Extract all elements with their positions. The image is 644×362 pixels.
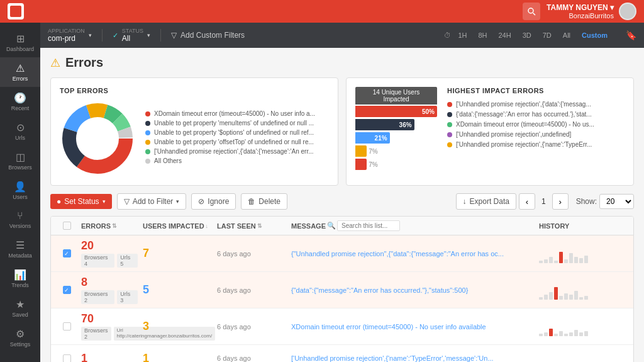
- history-col-header: HISTORY: [539, 222, 627, 230]
- ignore-icon: ⊘: [198, 197, 204, 206]
- filter-label: Add Custom Filters: [180, 31, 245, 40]
- next-page-button[interactable]: ›: [552, 193, 569, 210]
- message-link[interactable]: XDomain timeout error (timeout=45000) - …: [291, 323, 486, 331]
- sidebar-item-errors[interactable]: ⚠ Errors: [0, 57, 40, 87]
- filter-button[interactable]: ▽ Add Custom Filters: [171, 31, 434, 40]
- trends-icon: 📊: [14, 269, 26, 281]
- ignore-button[interactable]: ⊘ Ignore: [191, 193, 236, 210]
- last-seen-value: 6 days ago: [217, 250, 251, 257]
- error-count: 1: [81, 352, 138, 363]
- settings-icon: ⚙: [16, 328, 25, 340]
- row-checkbox-4[interactable]: [63, 354, 71, 363]
- sidebar-item-settings[interactable]: ⚙ Settings: [0, 323, 40, 353]
- sidebar-item-users[interactable]: 👤 Users: [0, 176, 40, 205]
- errors-col-header[interactable]: ERRORS ⇅: [81, 222, 138, 230]
- logo-icon: [10, 6, 21, 17]
- page-number: 1: [538, 197, 550, 206]
- impact-dot: [447, 112, 452, 117]
- export-button[interactable]: ↓ Export Data: [456, 193, 516, 210]
- time-1h[interactable]: 1H: [453, 30, 471, 41]
- time-all[interactable]: All: [558, 30, 575, 41]
- bookmark-button[interactable]: 🔖: [626, 30, 636, 40]
- sidebar-item-urls[interactable]: ⊙ Urls: [0, 116, 40, 146]
- row-history-1: [539, 244, 627, 263]
- bar-row-4: 7%: [355, 145, 437, 157]
- legend-dot: [145, 159, 150, 164]
- time-3d[interactable]: 3D: [518, 30, 536, 41]
- h-bar: [569, 332, 573, 336]
- toolbar-row: ● Set Status ▾ ▽ Add to Filter ▾ ⊘ Ignor…: [50, 193, 634, 210]
- sidebar-item-label: Settings: [10, 341, 31, 348]
- top-errors-inner: XDomain timeout error (timeout=45000) - …: [60, 101, 329, 176]
- legend-dot: [145, 149, 150, 154]
- show-select[interactable]: 20 50 100: [599, 194, 634, 209]
- users-count: 5: [143, 283, 149, 296]
- select-all-checkbox[interactable]: [63, 222, 71, 230]
- sidebar-item-metadata[interactable]: ☰ Metadata: [0, 234, 40, 264]
- highest-impact-title: HIGHEST IMPACT ERRORS: [447, 87, 625, 94]
- impact-dot: [447, 122, 452, 127]
- message-link[interactable]: ['Unhandled promise rejection',{'name':'…: [291, 354, 494, 362]
- add-to-filter-button[interactable]: ▽ Add to Filter ▾: [117, 193, 187, 210]
- app-label: APPLICATION com-prd: [48, 28, 85, 43]
- table-row: ✓ 8 Browsers 2 Urls 3 5 6 days ago: [51, 272, 633, 308]
- row-checkbox-2[interactable]: ✓: [63, 286, 71, 294]
- table-header: ERRORS ⇅ USERS IMPACTED ↓ LAST SEEN ⇅ ME…: [51, 217, 633, 235]
- time-custom[interactable]: Custom: [577, 30, 612, 41]
- history-bars: [539, 349, 627, 362]
- h-bar: [549, 257, 553, 263]
- row-history-4: [539, 349, 627, 362]
- header-check: [57, 222, 76, 230]
- user-name-block: TAMMY NGUYEN ▾ BonzaiBurritos: [547, 3, 614, 20]
- row-history-2: [539, 281, 627, 300]
- row-checkbox-1[interactable]: ✓: [63, 249, 71, 257]
- sidebar-item-saved[interactable]: ★ Saved: [0, 293, 40, 323]
- row-last-seen-1: 6 days ago: [217, 249, 286, 258]
- sidebar-item-trends[interactable]: 📊 Trends: [0, 264, 40, 293]
- page-title: Errors: [65, 55, 103, 70]
- h-bar: [579, 258, 583, 263]
- message-link[interactable]: {"Unhandled promise rejection",{"data":{…: [291, 250, 504, 257]
- sidebar-item-label: Errors: [13, 76, 28, 82]
- search-button[interactable]: [523, 3, 540, 20]
- history-col-label: HISTORY: [539, 222, 569, 230]
- time-8h[interactable]: 8H: [474, 30, 491, 41]
- sidebar-item-dashboard[interactable]: ⊞ Dashboard: [0, 28, 40, 57]
- sidebar-item-browsers[interactable]: ◫ Browsers: [0, 146, 40, 176]
- message-link[interactable]: {"data":{"message":"An error has occurre…: [291, 286, 468, 294]
- message-search-input[interactable]: [337, 220, 400, 231]
- impact-item-3: XDomain timeout error (timeout=45000) - …: [447, 121, 625, 128]
- status-selector[interactable]: ✓ STATUS All ▾: [113, 28, 150, 43]
- error-count: 8: [81, 276, 138, 289]
- set-status-button[interactable]: ● Set Status ▾: [50, 194, 112, 209]
- last-seen-value: 6 days ago: [217, 354, 251, 362]
- clock-icon: ⏱: [444, 31, 451, 39]
- time-7d[interactable]: 7D: [538, 30, 556, 41]
- legend-item-1: XDomain timeout error (timeout=45000) - …: [145, 110, 329, 117]
- row-errors-2: 8 Browsers 2 Urls 3: [81, 276, 138, 304]
- add-filter-dropdown-arrow: ▾: [176, 198, 179, 205]
- users-count: 1: [143, 352, 149, 363]
- h-bar: [544, 295, 548, 300]
- h-bar: [554, 287, 558, 300]
- prev-page-button[interactable]: ‹: [519, 193, 535, 210]
- last-seen-col-header[interactable]: LAST SEEN ⇅: [217, 222, 286, 230]
- legend-item-2: Unable to get property 'menuItems' of un…: [145, 120, 329, 127]
- h-bar: [539, 334, 543, 336]
- browsers-tag: Browsers 2: [81, 327, 111, 341]
- sidebar-item-versions[interactable]: ⑂ Versions: [0, 205, 40, 234]
- user-display-name: TAMMY NGUYEN ▾: [547, 3, 614, 12]
- delete-button[interactable]: 🗑 Delete: [241, 193, 287, 210]
- row-checkbox-3[interactable]: [63, 322, 71, 331]
- message-search-icon[interactable]: 🔍: [327, 222, 336, 230]
- app-selector[interactable]: APPLICATION com-prd ▾: [48, 28, 92, 43]
- time-24h[interactable]: 24H: [494, 30, 516, 41]
- h-bar: [559, 331, 563, 336]
- row-history-3: [539, 317, 627, 336]
- errors-table: ERRORS ⇅ USERS IMPACTED ↓ LAST SEEN ⇅ ME…: [50, 216, 634, 362]
- users-col-header[interactable]: USERS IMPACTED ↓: [143, 222, 212, 230]
- ignore-label: Ignore: [208, 197, 229, 206]
- h-bar: [574, 257, 578, 263]
- unique-users-header: 14 Unique Users Impacted: [355, 87, 437, 105]
- sidebar-item-recent[interactable]: 🕐 Recent: [0, 87, 40, 116]
